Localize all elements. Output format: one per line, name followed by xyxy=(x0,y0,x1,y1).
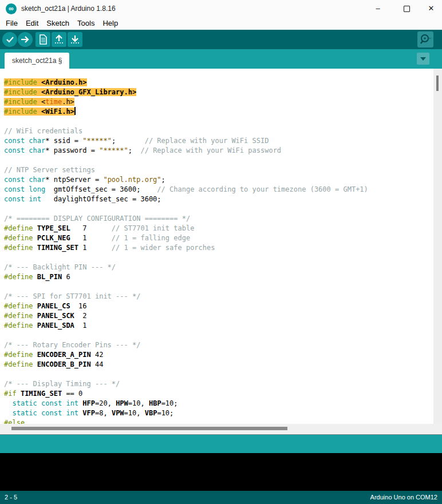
menu-item-edit[interactable]: Edit xyxy=(22,17,42,30)
status-bar: 2 - 5 Arduino Uno on COM12 xyxy=(0,491,442,504)
chevron-down-icon xyxy=(420,57,426,61)
code-line: #define PANEL_CS 16 xyxy=(4,301,433,311)
vertical-scrollbar-thumb[interactable] xyxy=(436,76,439,91)
console-output xyxy=(0,453,442,491)
horizontal-scrollbar-thumb[interactable] xyxy=(11,427,287,430)
code-line xyxy=(4,204,433,214)
tab-list-dropdown-button[interactable] xyxy=(417,53,429,65)
toolbar xyxy=(0,30,442,49)
verify-button[interactable] xyxy=(2,32,17,47)
code-line: // NTP Server settings xyxy=(4,165,433,175)
minimize-button[interactable]: – xyxy=(366,0,389,17)
code-line xyxy=(4,331,433,340)
up-arrow-icon xyxy=(52,32,66,47)
code-line: #include <WiFi.h> xyxy=(4,107,433,117)
code-line: /* --- Backlight PIN --- */ xyxy=(4,263,433,272)
check-icon xyxy=(2,32,17,47)
code-line: /* --- Rotary Encoder Pins --- */ xyxy=(4,340,433,350)
code-line: /* --- Display Timing --- */ xyxy=(4,379,433,389)
code-line xyxy=(4,253,433,263)
code-line: /* --- SPI for ST7701 init --- */ xyxy=(4,292,433,301)
code-line: #include <Arduino.h> xyxy=(4,78,433,88)
document-icon xyxy=(35,32,50,47)
menu-item-tools[interactable]: Tools xyxy=(73,17,98,30)
window-title: sketch_oct21a | Arduino 1.8.16 xyxy=(21,0,116,17)
code-line xyxy=(4,282,433,292)
code-line: #include <Arduino_GFX_Library.h> xyxy=(4,88,433,97)
code-line: const char* ntpServer = "pool.ntp.org"; xyxy=(4,175,433,185)
code-area: #include <Arduino.h>#include <Arduino_GF… xyxy=(0,69,433,424)
code-line: const long gmtOffset_sec = 3600; // Chan… xyxy=(4,185,433,195)
vertical-scrollbar[interactable] xyxy=(433,69,442,424)
code-line: const char* password = "*****"; // Repla… xyxy=(4,146,433,156)
code-line: static const int HFP=20, HPW=10, HBP=10; xyxy=(4,399,433,408)
tab-bar: sketch_oct21a § xyxy=(0,49,442,69)
code-line: static const int VFP=8, VPW=10, VBP=10; xyxy=(4,408,433,418)
save-sketch-button[interactable] xyxy=(68,32,82,47)
code-line: #if TIMING_SET == 0 xyxy=(4,389,433,399)
right-arrow-icon xyxy=(18,32,33,47)
title-bar: ∞ sketch_oct21a | Arduino 1.8.16 – ✕ xyxy=(0,0,442,17)
menu-item-sketch[interactable]: Sketch xyxy=(42,17,73,30)
code-line xyxy=(4,156,433,165)
upload-button[interactable] xyxy=(18,32,33,47)
code-line xyxy=(4,117,433,126)
code-line: #define ENCODER_B_PIN 44 xyxy=(4,360,433,370)
menu-bar: FileEditSketchToolsHelp xyxy=(0,17,442,30)
menu-items: FileEditSketchToolsHelp xyxy=(0,17,442,30)
close-button[interactable]: ✕ xyxy=(420,0,442,17)
code-line: #define TIMING_SET 1 // 1 = wider safe p… xyxy=(4,243,433,253)
menu-item-file[interactable]: File xyxy=(2,17,22,30)
menu-item-help[interactable]: Help xyxy=(98,17,122,30)
code-editor[interactable]: #include <Arduino.h>#include <Arduino_GF… xyxy=(0,69,433,424)
open-sketch-button[interactable] xyxy=(52,32,66,47)
code-line: #define BL_PIN 6 xyxy=(4,272,433,282)
code-line: const int daylightOffset_sec = 3600; xyxy=(4,195,433,204)
horizontal-scrollbar[interactable] xyxy=(0,424,442,433)
board-port-label: Arduino Uno on COM12 xyxy=(370,491,437,504)
code-line: #define PANEL_SCK 2 xyxy=(4,311,433,321)
arduino-logo-icon: ∞ xyxy=(6,3,17,14)
maximize-icon xyxy=(404,6,410,12)
console-header xyxy=(0,435,442,453)
text-cursor xyxy=(74,107,76,115)
cursor-position-label: 2 - 5 xyxy=(5,491,17,504)
tab-sketch-oct21a[interactable]: sketch_oct21a § xyxy=(5,53,69,69)
code-line: const char* ssid = "*****"; // Replace w… xyxy=(4,136,433,146)
serial-monitor-button[interactable] xyxy=(417,31,433,47)
code-line: #include <time.h> xyxy=(4,97,433,107)
code-line: #define PANEL_SDA 1 xyxy=(4,321,433,331)
code-line: // WiFi credentials xyxy=(4,126,433,136)
code-line: #define TYPE_SEL 7 // ST7701 init table xyxy=(4,224,433,233)
maximize-button[interactable] xyxy=(395,0,418,17)
code-line: #define PCLK_NEG 1 // 1 = falling edge xyxy=(4,233,433,243)
code-line: #else xyxy=(4,418,433,424)
code-line xyxy=(4,370,433,379)
magnifier-icon xyxy=(417,31,433,47)
new-sketch-button[interactable] xyxy=(35,32,50,47)
down-arrow-icon xyxy=(68,32,82,47)
code-line: /* ======== DISPLAY CONFIGURATION ======… xyxy=(4,214,433,224)
code-line: #define ENCODER_A_PIN 42 xyxy=(4,350,433,360)
